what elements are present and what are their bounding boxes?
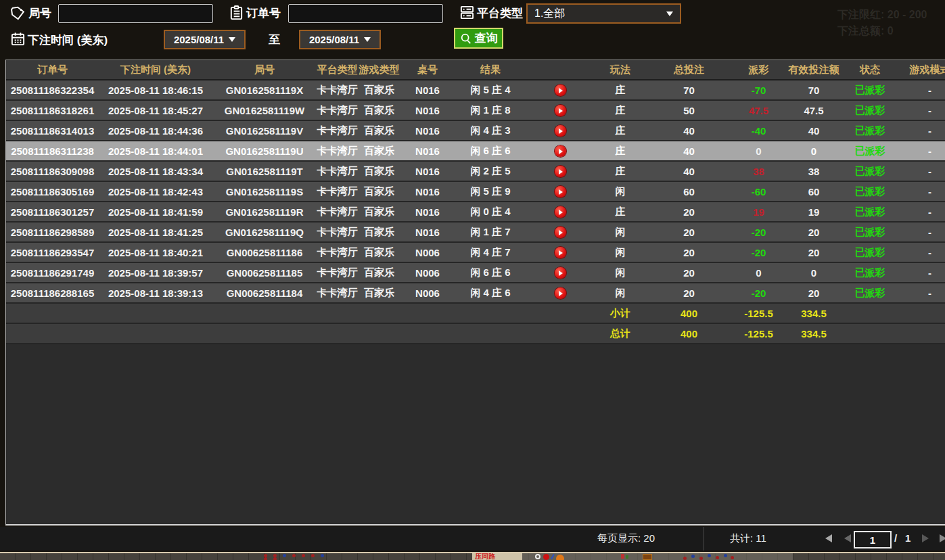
col-status: 状态 [842,60,898,80]
replay-cell [526,262,594,283]
cell-bet-time: 2025-08-11 18:46:15 [99,80,212,100]
col-bet-time: 下注时间 (美东) [99,60,212,80]
date-from-picker[interactable]: 2025/08/11 [164,30,246,49]
cell-game-mode: - [898,80,945,100]
col-platform: 平台类型 [317,60,358,80]
page-input[interactable] [854,531,892,549]
cell-payout: -70 [731,80,786,100]
cell-order-no: 250811186322354 [6,80,99,100]
per-page-label: 每页显示: 20 [597,532,655,545]
replay-cell [526,120,594,141]
bead-dot [683,557,687,560]
bead-dot [311,554,315,557]
table-row[interactable]: 2508111862985892025-08-11 18:41:25GN0162… [6,222,945,242]
next-page-icon[interactable] [922,534,929,542]
table-row[interactable]: 2508111863140132025-08-11 18:44:36GN0162… [6,120,945,141]
cell-valid-bet: 0 [786,262,842,283]
bet-time-label: 下注时间 (美东) [28,32,108,48]
cell-table-no: N006 [400,242,455,262]
cell-payout: 0 [731,262,786,283]
replay-cell [526,202,594,222]
cell-platform: 卡卡湾厅 [317,181,358,202]
table-row[interactable]: 2508111862881652025-08-11 18:39:13GN0062… [6,283,945,303]
play-video-icon[interactable] [555,145,566,157]
table-row[interactable]: 2508111863112382025-08-11 18:44:01GN0162… [6,141,945,161]
replay-cell [526,242,594,262]
cell-play: 庄 [594,141,647,161]
date-to-picker[interactable]: 2025/08/11 [299,30,381,49]
cell-valid-bet: 20 [786,222,842,242]
first-page-icon[interactable] [825,534,832,542]
background-road-label: 压同路 [475,553,495,560]
cell-table-no: N016 [400,202,455,222]
col-total-bet: 总投注 [647,60,731,80]
cell-game-no: GN00625811185 [212,262,317,283]
grand-total-valid-bet: 334.5 [786,323,842,344]
cell-platform: 卡卡湾厅 [317,242,358,262]
cell-status: 已派彩 [842,141,898,161]
play-video-icon[interactable] [555,206,566,218]
cell-game-no: GN0162581119S [212,181,317,202]
cell-result: 闲 4 庄 6 [455,283,526,303]
cell-valid-bet: 47.5 [786,100,842,120]
table-row[interactable]: 2508111863090982025-08-11 18:43:34GN0162… [6,161,945,181]
cell-game-mode: - [898,283,945,303]
game-no-input[interactable] [58,4,213,23]
cell-game-mode: - [898,262,945,283]
cell-bet-time: 2025-08-11 18:45:27 [99,100,212,120]
cell-platform: 卡卡湾厅 [317,161,358,181]
grand-total-row: 总计 400 -125.5 334.5 [6,323,945,344]
play-video-icon[interactable] [555,85,566,96]
pagination-bar: 每页显示: 20 共计: 11 / 1 [0,527,945,551]
cell-play: 庄 [594,120,647,141]
cell-valid-bet: 19 [786,202,842,222]
cell-status: 已派彩 [842,283,898,303]
cell-play: 闲 [594,283,647,303]
prev-page-icon[interactable] [844,534,851,542]
cell-platform: 卡卡湾厅 [317,120,358,141]
cell-valid-bet: 60 [786,181,842,202]
table-row[interactable]: 2508111862917492025-08-11 18:39:57GN0062… [6,262,945,283]
bead-orange [556,555,564,560]
date-from-value: 2025/08/11 [174,34,224,45]
chevron-down-icon [364,37,371,42]
col-play: 玩法 [594,60,647,80]
platform-type-select[interactable]: 1.全部 [526,3,681,24]
order-no-input[interactable] [288,4,443,23]
play-video-icon[interactable] [555,227,566,238]
replay-cell [526,161,594,181]
cell-status: 已派彩 [842,120,898,141]
cell-total-bet: 20 [647,262,731,283]
bead-dot [731,556,734,559]
play-video-icon[interactable] [555,247,566,258]
table-row[interactable]: 2508111863012572025-08-11 18:41:59GN0162… [6,202,945,222]
cell-game-no: GN0162581119Q [212,222,317,242]
play-video-icon[interactable] [555,267,566,279]
records-body: 2508111863223542025-08-11 18:46:15GN0162… [6,80,945,303]
cell-status: 已派彩 [842,100,898,120]
subtotal-payout: -125.5 [731,303,786,323]
cell-game-type: 百家乐 [358,262,400,283]
search-button[interactable]: 查询 [454,28,503,49]
cell-play: 庄 [594,161,647,181]
table-row[interactable]: 2508111862935472025-08-11 18:40:21GN0062… [6,242,945,262]
play-video-icon[interactable] [555,186,566,197]
table-row[interactable]: 2508111863223542025-08-11 18:46:15GN0162… [6,80,945,100]
bead-dot [724,554,727,557]
table-row[interactable]: 2508111863051692025-08-11 18:42:43GN0162… [6,181,945,202]
play-video-icon[interactable] [555,166,566,177]
cell-bet-time: 2025-08-11 18:41:25 [99,222,212,242]
last-page-icon[interactable] [940,534,945,542]
play-video-icon[interactable] [555,287,566,299]
play-video-icon[interactable] [555,105,566,116]
cell-game-mode: - [898,120,945,141]
background-game-strip: 压同路 [0,553,945,560]
chevron-down-icon [666,11,673,16]
cell-table-no: N016 [400,222,455,242]
play-video-icon[interactable] [555,125,566,137]
table-row[interactable]: 2508111863182612025-08-11 18:45:27GN0162… [6,100,945,120]
col-valid-bet: 有效投注额 [786,60,842,80]
cell-game-mode: - [898,222,945,242]
bead-rect [643,554,652,560]
cell-game-no: GN0162581119W [212,100,317,120]
